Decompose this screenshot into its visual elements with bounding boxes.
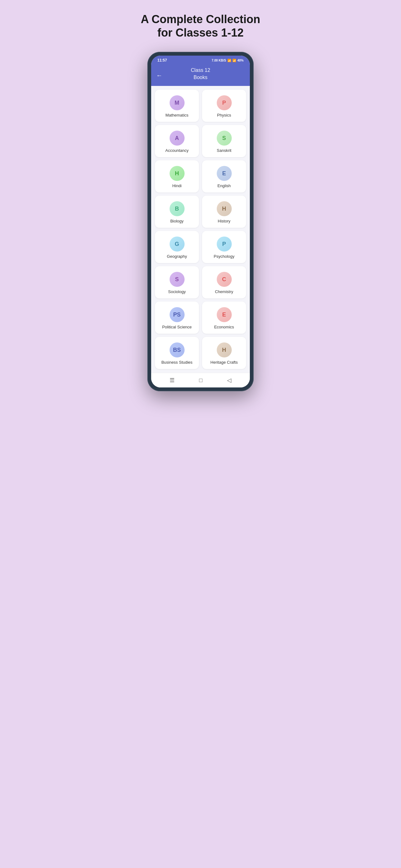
subject-card-geography[interactable]: GGeography xyxy=(155,231,199,263)
subject-icon-history: H xyxy=(217,201,232,216)
status-bar: 11:57 7.00 KB/S 📶 📶 40% xyxy=(151,56,250,64)
subject-icon-sanskrit: S xyxy=(217,131,232,146)
subject-label-english: English xyxy=(218,183,231,188)
subject-icon-business-studies: BS xyxy=(170,342,185,358)
subject-card-sociology[interactable]: SSociology xyxy=(155,266,199,299)
subject-card-heritage-crafts[interactable]: HHeritage Crafts xyxy=(202,337,246,369)
hero-title: A Complete Collection for Classes 1-12 xyxy=(126,12,275,39)
subject-label-economics: Economics xyxy=(214,324,234,329)
books-label: Books xyxy=(156,74,245,81)
subject-grid-container: MMathematicsPPhysicsAAccountancySSanskri… xyxy=(151,86,250,373)
battery-level: 40% xyxy=(237,59,244,62)
subject-card-mathematics[interactable]: MMathematics xyxy=(155,90,199,122)
signal-icon: 📶 xyxy=(232,59,236,62)
subject-card-hindi[interactable]: HHindi xyxy=(155,160,199,192)
subject-label-physics: Physics xyxy=(217,113,231,118)
subject-card-biology[interactable]: BBiology xyxy=(155,195,199,228)
subject-label-chemistry: Chemistry xyxy=(215,289,233,294)
subject-grid: MMathematicsPPhysicsAAccountancySSanskri… xyxy=(155,90,246,369)
subject-label-biology: Biology xyxy=(170,219,183,223)
phone-screen: 11:57 7.00 KB/S 📶 📶 40% ← Class 12 Books xyxy=(151,56,250,388)
status-speed: 7.00 KB/S xyxy=(212,59,226,62)
subject-icon-english: E xyxy=(217,166,232,181)
menu-icon[interactable]: ☰ xyxy=(170,377,175,384)
subject-label-history: History xyxy=(218,219,230,223)
subject-card-sanskrit[interactable]: SSanskrit xyxy=(202,125,246,157)
subject-label-mathematics: Mathematics xyxy=(166,113,189,118)
subject-icon-hindi: H xyxy=(170,166,185,181)
wifi-icon: 📶 xyxy=(227,59,231,62)
subject-icon-political-science: PS xyxy=(170,307,185,322)
subject-card-economics[interactable]: EEconomics xyxy=(202,302,246,334)
subject-label-business-studies: Business Studies xyxy=(162,360,193,365)
subject-label-sanskrit: Sanskrit xyxy=(217,148,231,153)
subject-icon-sociology: S xyxy=(170,272,185,287)
subject-icon-physics: P xyxy=(217,95,232,110)
subject-card-business-studies[interactable]: BSBusiness Studies xyxy=(155,337,199,369)
class-label: Class 12 xyxy=(156,67,245,74)
status-right: 7.00 KB/S 📶 📶 40% xyxy=(212,59,244,62)
subject-icon-chemistry: C xyxy=(217,272,232,287)
subject-card-physics[interactable]: PPhysics xyxy=(202,90,246,122)
subject-label-heritage-crafts: Heritage Crafts xyxy=(210,360,238,365)
subject-icon-accountancy: A xyxy=(170,131,185,146)
app-header: ← Class 12 Books xyxy=(151,64,250,86)
subject-icon-psychology: P xyxy=(217,237,232,251)
subject-label-political-science: Political Science xyxy=(162,324,192,329)
subject-card-accountancy[interactable]: AAccountancy xyxy=(155,125,199,157)
subject-card-political-science[interactable]: PSPolitical Science xyxy=(155,302,199,334)
nav-bar: ☰ □ ◁ xyxy=(151,373,250,388)
subject-label-accountancy: Accountancy xyxy=(165,148,188,153)
subject-label-geography: Geography xyxy=(167,254,187,259)
home-icon[interactable]: □ xyxy=(199,377,203,384)
subject-card-english[interactable]: EEnglish xyxy=(202,160,246,192)
back-nav-icon[interactable]: ◁ xyxy=(227,377,231,384)
subject-icon-biology: B xyxy=(170,201,185,216)
subject-icon-economics: E xyxy=(217,307,232,322)
subject-card-history[interactable]: HHistory xyxy=(202,195,246,228)
subject-card-psychology[interactable]: PPsychology xyxy=(202,231,246,263)
app-header-title: Class 12 Books xyxy=(156,67,245,81)
subject-label-hindi: Hindi xyxy=(172,183,182,188)
page-wrapper: A Complete Collection for Classes 1-12 1… xyxy=(126,12,275,391)
subject-label-sociology: Sociology xyxy=(168,289,186,294)
subject-icon-mathematics: M xyxy=(170,95,185,110)
status-time: 11:57 xyxy=(157,58,167,62)
back-button[interactable]: ← xyxy=(156,71,162,79)
subject-icon-geography: G xyxy=(170,237,185,251)
phone-frame: 11:57 7.00 KB/S 📶 📶 40% ← Class 12 Books xyxy=(147,52,254,391)
subject-label-psychology: Psychology xyxy=(213,254,234,259)
subject-icon-heritage-crafts: H xyxy=(217,342,232,358)
subject-card-chemistry[interactable]: CChemistry xyxy=(202,266,246,299)
